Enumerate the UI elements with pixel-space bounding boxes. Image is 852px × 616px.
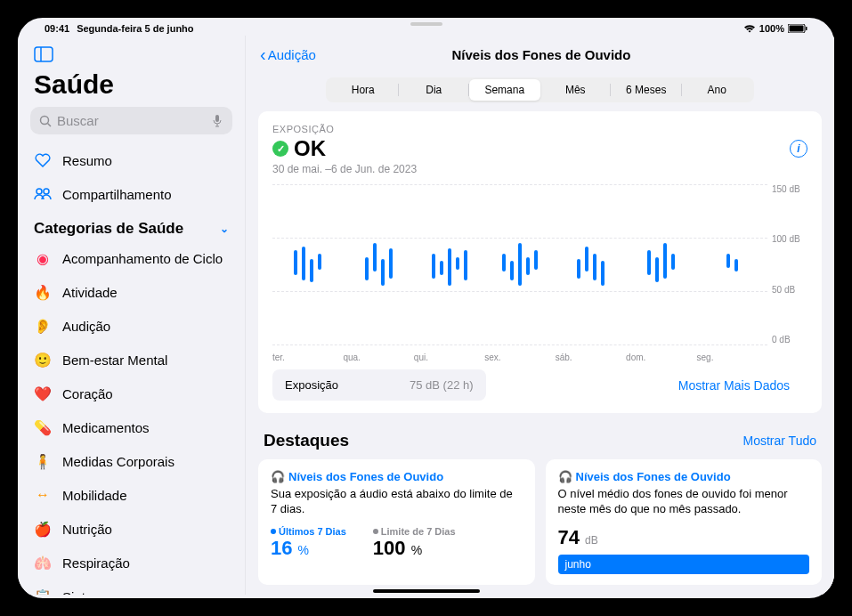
chart-bar <box>448 248 451 286</box>
show-all-button[interactable]: Mostrar Tudo <box>743 434 816 448</box>
search-icon <box>39 115 52 127</box>
sidebar-category-item[interactable]: 🧍Medidas Corporais <box>18 444 245 478</box>
sidebar-item-label: Respiração <box>62 555 130 571</box>
ear-icon: 👂 <box>34 317 52 335</box>
chart-bar <box>518 243 522 286</box>
sidebar-item-label: Coração <box>62 386 113 401</box>
sidebar-item-label: Acompanhamento de Ciclo <box>62 251 223 266</box>
chart-bar <box>440 261 443 275</box>
status-time: 09:41 <box>45 23 69 34</box>
battery-text: 100% <box>759 23 784 34</box>
chart-day-group <box>626 184 696 344</box>
chart-bar <box>585 247 588 272</box>
exposure-label: EXPOSIÇÃO <box>272 124 807 134</box>
app-title: Saúde <box>18 66 245 107</box>
chart-bar <box>663 243 667 279</box>
chart-day-group <box>414 184 484 344</box>
wifi-icon <box>743 24 756 33</box>
sidebar-category-item[interactable]: 📋Sintomas <box>18 580 245 595</box>
dynamic-island <box>410 22 442 26</box>
page-title: Níveis dos Fones de Ouvido <box>263 47 820 62</box>
sidebar-item-label: Mobilidade <box>62 488 127 503</box>
segment-hora[interactable]: Hora <box>328 79 399 101</box>
time-range-selector: HoraDiaSemanaMês6 MesesAno <box>326 77 754 102</box>
sidebar-item-resumo[interactable]: Resumo <box>18 143 245 177</box>
chart-bar <box>381 259 385 286</box>
chart-bar <box>456 257 459 270</box>
sidebar-item-label: Compartilhamento <box>62 187 172 202</box>
sidebar-category-item[interactable]: 🙂Bem-estar Mental <box>18 343 245 377</box>
chart-bar <box>373 243 377 272</box>
svg-rect-1 <box>790 26 804 32</box>
sidebar-category-item[interactable]: ◉Acompanhamento de Ciclo <box>18 241 245 275</box>
segment-semana[interactable]: Semana <box>469 79 540 101</box>
battery-icon <box>788 24 807 33</box>
chart-day-group <box>272 184 343 344</box>
cycle-icon: ◉ <box>34 249 52 267</box>
sidebar: Saúde Buscar Resumo <box>18 36 245 595</box>
search-placeholder: Buscar <box>57 113 99 128</box>
highlight-card[interactable]: 🎧Níveis dos Fones de Ouvido Sua exposiçã… <box>258 459 535 585</box>
chart-bar <box>534 250 538 270</box>
nutrition-icon: 🍎 <box>34 520 52 538</box>
sidebar-category-item[interactable]: 👂Audição <box>18 309 245 343</box>
chart-day-group <box>556 184 626 344</box>
mobility-icon: ↔ <box>34 486 52 504</box>
audio-exposure-chart[interactable]: 150 dB100 dB50 dB0 dB ter.qua.qui.sex.sá… <box>272 184 807 362</box>
chart-bar <box>464 250 467 280</box>
segment-6 meses[interactable]: 6 Meses <box>611 79 682 101</box>
chart-day-group <box>484 184 555 344</box>
sidebar-item-label: Audição <box>62 319 110 334</box>
chart-bar <box>318 254 321 270</box>
chart-bar <box>593 254 596 280</box>
sidebar-item-label: Medicamentos <box>62 420 150 435</box>
exposure-summary: Exposição 75 dB (22 h) <box>272 369 486 401</box>
svg-rect-3 <box>35 47 53 61</box>
exposure-status: OK <box>294 136 326 161</box>
people-icon <box>34 185 52 203</box>
sidebar-item-label: Sintomas <box>62 589 118 596</box>
chevron-down-icon: ⌄ <box>220 223 229 235</box>
chart-bar <box>647 250 651 275</box>
body-icon: 🧍 <box>34 452 52 470</box>
segment-mês[interactable]: Mês <box>540 79 612 101</box>
chart-bar <box>310 259 313 282</box>
svg-line-6 <box>48 123 52 126</box>
chart-bar <box>502 254 506 272</box>
sidebar-item-label: Medidas Corporais <box>62 454 174 469</box>
svg-point-8 <box>37 189 42 194</box>
heart-icon <box>34 151 52 169</box>
check-icon: ✓ <box>272 141 288 157</box>
home-indicator[interactable] <box>373 589 480 593</box>
sidebar-category-item[interactable]: 🔥Atividade <box>18 275 245 309</box>
svg-point-9 <box>44 189 49 194</box>
sidebar-category-item[interactable]: ↔Mobilidade <box>18 478 245 512</box>
show-more-data-button[interactable]: Mostrar Mais Dados <box>678 378 790 393</box>
sidebar-item-label: Resumo <box>62 153 112 168</box>
status-date: Segunda-feira 5 de junho <box>77 23 193 34</box>
categories-header[interactable]: Categorias de Saúde ⌄ <box>18 211 245 241</box>
info-button[interactable]: i <box>790 140 807 158</box>
sidebar-category-item[interactable]: 💊Medicamentos <box>18 410 245 444</box>
chart-bar <box>365 257 369 280</box>
sidebar-category-item[interactable]: 🫁Respiração <box>18 546 245 580</box>
sidebar-category-item[interactable]: 🍎Nutrição <box>18 512 245 546</box>
exposure-card: EXPOSIÇÃO ✓ OK i 30 de mai. –6 de Jun. d… <box>258 111 822 413</box>
heart-icon: ❤️ <box>34 385 52 402</box>
chart-bar <box>601 261 605 286</box>
highlight-card[interactable]: 🎧Níveis dos Fones de Ouvido O nível médi… <box>546 459 823 585</box>
chart-day-group <box>343 184 413 344</box>
chart-bar <box>510 261 514 280</box>
sidebar-category-item[interactable]: ❤️Coração <box>18 377 245 410</box>
sidebar-item-label: Nutrição <box>62 522 112 537</box>
mic-icon[interactable] <box>213 115 223 127</box>
search-input[interactable]: Buscar <box>30 107 232 134</box>
sidebar-toggle-button[interactable] <box>18 43 245 66</box>
sidebar-item-compartilhamento[interactable]: Compartilhamento <box>18 177 245 211</box>
chart-bar <box>734 259 738 272</box>
segment-dia[interactable]: Dia <box>399 79 470 101</box>
chart-bar <box>389 248 393 279</box>
segment-ano[interactable]: Ano <box>682 79 753 101</box>
chart-bar <box>577 259 580 279</box>
chart-bar <box>655 257 659 283</box>
